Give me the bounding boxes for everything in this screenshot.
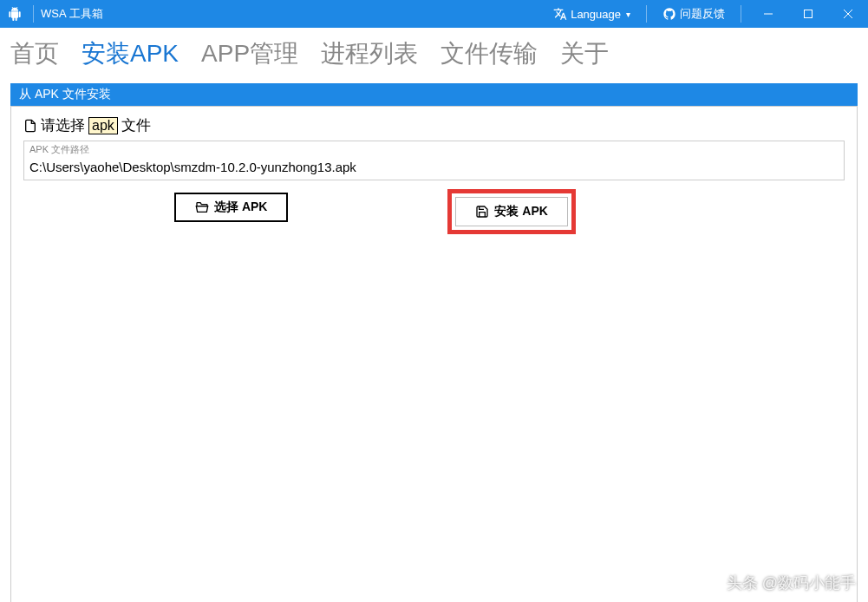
select-apk-label: 请选择 apk 文件 bbox=[23, 115, 845, 135]
select-boxed: apk bbox=[88, 117, 118, 134]
file-icon bbox=[23, 118, 37, 134]
watermark: 头条 @数码小能手 bbox=[727, 573, 856, 593]
install-apk-button[interactable]: 安装 APK bbox=[455, 197, 567, 226]
app-title: WSA 工具箱 bbox=[41, 6, 103, 22]
feedback-label: 问题反馈 bbox=[680, 6, 725, 22]
feedback-link[interactable]: 问题反馈 bbox=[654, 6, 734, 22]
apk-path-group: APK 文件路径 bbox=[23, 141, 845, 180]
translate-icon bbox=[553, 7, 567, 21]
folder-open-icon bbox=[195, 200, 209, 214]
content-frame: 请选择 apk 文件 APK 文件路径 选择 APK 安装 APK bbox=[10, 106, 858, 602]
language-label: Language bbox=[571, 8, 621, 21]
tab-process-list[interactable]: 进程列表 bbox=[321, 37, 418, 70]
select-prefix: 请选择 bbox=[41, 115, 85, 135]
svg-rect-1 bbox=[805, 10, 813, 18]
tab-file-transfer[interactable]: 文件传输 bbox=[441, 37, 538, 70]
save-icon bbox=[475, 205, 489, 219]
titlebar-divider bbox=[741, 5, 741, 23]
android-icon bbox=[7, 6, 23, 22]
nav-tabs: 首页 安装APK APP管理 进程列表 文件传输 关于 bbox=[0, 28, 868, 80]
tab-app-manage[interactable]: APP管理 bbox=[201, 37, 298, 70]
section-header: 从 APK 文件安装 bbox=[10, 83, 858, 106]
titlebar-divider bbox=[646, 5, 647, 23]
chevron-down-icon: ▾ bbox=[626, 10, 630, 19]
choose-apk-button[interactable]: 选择 APK bbox=[174, 193, 288, 222]
maximize-button[interactable] bbox=[788, 0, 828, 28]
tab-home[interactable]: 首页 bbox=[10, 37, 59, 70]
close-button[interactable] bbox=[828, 0, 868, 28]
apk-path-input[interactable] bbox=[24, 156, 844, 180]
titlebar: WSA 工具箱 Language ▾ 问题反馈 bbox=[0, 0, 868, 28]
choose-apk-label: 选择 APK bbox=[214, 200, 267, 215]
install-highlight: 安装 APK bbox=[447, 189, 575, 234]
language-selector[interactable]: Language ▾ bbox=[545, 7, 639, 21]
select-suffix: 文件 bbox=[121, 115, 151, 135]
titlebar-divider bbox=[33, 5, 34, 23]
github-icon bbox=[662, 7, 676, 21]
install-apk-label: 安装 APK bbox=[494, 204, 547, 219]
tab-about[interactable]: 关于 bbox=[560, 37, 609, 70]
apk-path-caption: APK 文件路径 bbox=[24, 141, 844, 156]
minimize-button[interactable] bbox=[748, 0, 788, 28]
tab-install-apk[interactable]: 安装APK bbox=[82, 37, 179, 70]
